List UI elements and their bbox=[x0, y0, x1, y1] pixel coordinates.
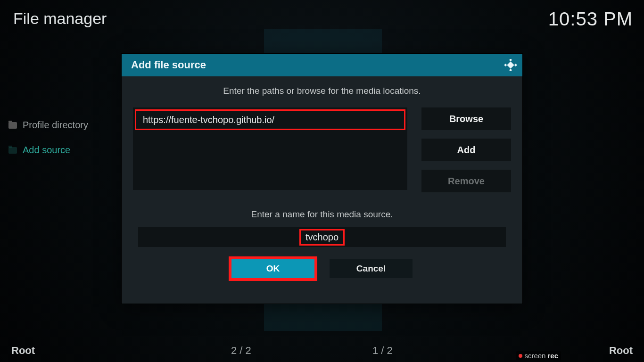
watermark-brand: screen bbox=[524, 352, 545, 360]
paths-row: https://fuente-tvchopo.github.io/ Browse… bbox=[133, 107, 511, 192]
paths-instruction: Enter the paths or browse for the media … bbox=[133, 86, 511, 96]
source-name-value: tvchopo bbox=[299, 229, 345, 246]
svg-rect-1 bbox=[509, 69, 512, 71]
status-left-root: Root bbox=[11, 345, 35, 357]
remove-button: Remove bbox=[421, 170, 511, 192]
path-buttons: Browse Add Remove bbox=[421, 107, 511, 192]
ok-button[interactable]: OK bbox=[231, 259, 314, 278]
screenrec-watermark: screenrec bbox=[516, 351, 561, 360]
sidebar-item-profile-directory[interactable]: Profile directory bbox=[8, 117, 117, 142]
dialog-body: Enter the paths or browse for the media … bbox=[122, 76, 522, 278]
kodi-logo-icon bbox=[504, 59, 517, 71]
sidebar-item-label: Add source bbox=[23, 145, 70, 156]
cancel-button[interactable]: Cancel bbox=[330, 259, 413, 278]
paths-list[interactable]: https://fuente-tvchopo.github.io/ bbox=[133, 107, 407, 190]
sidebar-item-add-source[interactable]: Add source bbox=[8, 142, 117, 167]
svg-rect-4 bbox=[507, 61, 514, 68]
path-value: https://fuente-tvchopo.github.io/ bbox=[143, 115, 274, 125]
folder-icon bbox=[8, 122, 17, 129]
folder-icon bbox=[8, 147, 17, 154]
status-right-count: 1 / 2 bbox=[372, 345, 393, 357]
add-file-source-dialog: Add file source Enter the paths or brows… bbox=[122, 54, 522, 304]
status-left-count: 2 / 2 bbox=[231, 345, 251, 357]
watermark-suffix: rec bbox=[547, 352, 558, 360]
browse-button[interactable]: Browse bbox=[421, 107, 511, 130]
name-instruction: Enter a name for this media source. bbox=[133, 209, 511, 220]
page-title: File manager bbox=[13, 9, 107, 28]
clock: 10:53 PM bbox=[548, 8, 633, 30]
svg-rect-2 bbox=[504, 64, 507, 66]
record-dot-icon bbox=[519, 354, 522, 358]
source-name-input[interactable]: tvchopo bbox=[138, 227, 506, 247]
sidebar-item-label: Profile directory bbox=[23, 120, 88, 131]
add-button[interactable]: Add bbox=[421, 139, 511, 161]
app-root: File manager 10:53 PM Profile directory … bbox=[0, 0, 644, 362]
path-input[interactable]: https://fuente-tvchopo.github.io/ bbox=[135, 109, 405, 130]
status-right-root: Root bbox=[609, 345, 633, 357]
sidebar: Profile directory Add source bbox=[8, 117, 117, 167]
dialog-header: Add file source bbox=[122, 54, 522, 76]
svg-rect-3 bbox=[514, 64, 517, 66]
svg-rect-0 bbox=[509, 59, 512, 61]
dialog-title: Add file source bbox=[131, 59, 206, 71]
dialog-actions: OK Cancel bbox=[133, 259, 511, 278]
